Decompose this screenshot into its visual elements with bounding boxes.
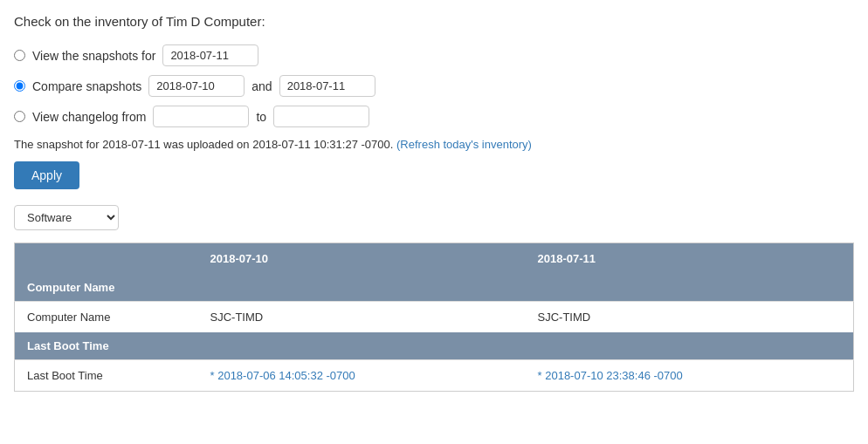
view-snapshots-date-input[interactable] <box>162 44 258 66</box>
view-snapshots-label: View the snapshots for <box>32 49 155 63</box>
col3-header: 2018-07-11 <box>526 243 854 275</box>
row-col3-value: * 2018-07-10 23:38:46 -0700 <box>526 360 854 392</box>
category-dropdown[interactable]: Software Hardware Network <box>14 205 119 230</box>
row-label: Last Boot Time <box>15 360 198 392</box>
view-changelog-radio[interactable] <box>14 111 25 122</box>
section-header-cell: Computer Name <box>15 274 854 302</box>
table-header-row: 2018-07-10 2018-07-11 <box>15 243 854 275</box>
view-snapshots-radio[interactable] <box>14 50 25 61</box>
row-col2-value: * 2018-07-06 14:05:32 -0700 <box>198 360 526 392</box>
row-col2-value: SJC-TIMD <box>198 302 526 333</box>
compare-snapshots-radio[interactable] <box>14 80 25 92</box>
view-changelog-row: View changelog from to <box>14 106 854 127</box>
section-header-row: Computer Name <box>15 274 854 302</box>
row-label: Computer Name <box>15 302 198 333</box>
to-label: to <box>256 110 266 124</box>
refresh-link[interactable]: (Refresh today's inventory) <box>396 138 532 151</box>
compare-date1-input[interactable] <box>148 75 245 97</box>
col2-header: 2018-07-10 <box>198 243 526 275</box>
snapshot-info-text: The snapshot for 2018-07-11 was uploaded… <box>14 138 393 151</box>
section-header-cell: Last Boot Time <box>15 332 854 360</box>
row-col3-value: SJC-TIMD <box>526 302 854 333</box>
page-title: Check on the inventory of Tim D Computer… <box>14 14 854 29</box>
snapshot-info: The snapshot for 2018-07-11 was uploaded… <box>14 138 854 151</box>
table-row: Last Boot Time* 2018-07-06 14:05:32 -070… <box>15 360 854 392</box>
compare-snapshots-label: Compare snapshots <box>32 79 141 93</box>
compare-snapshots-row: Compare snapshots and <box>14 75 854 97</box>
col1-header <box>15 243 198 275</box>
view-changelog-label: View changelog from <box>32 110 146 124</box>
compare-date2-input[interactable] <box>279 75 375 97</box>
table-row: Computer NameSJC-TIMDSJC-TIMD <box>15 302 854 333</box>
apply-button[interactable]: Apply <box>14 161 79 189</box>
view-snapshots-row: View the snapshots for <box>14 44 854 66</box>
comparison-table: 2018-07-10 2018-07-11 Computer NameCompu… <box>14 242 854 392</box>
dropdown-section: Software Hardware Network <box>14 205 854 230</box>
changelog-to-input[interactable] <box>273 106 369 127</box>
options-section: View the snapshots for Compare snapshots… <box>14 44 854 127</box>
changelog-from-input[interactable] <box>153 106 249 127</box>
section-header-row: Last Boot Time <box>15 332 854 360</box>
and-label: and <box>251 79 272 93</box>
